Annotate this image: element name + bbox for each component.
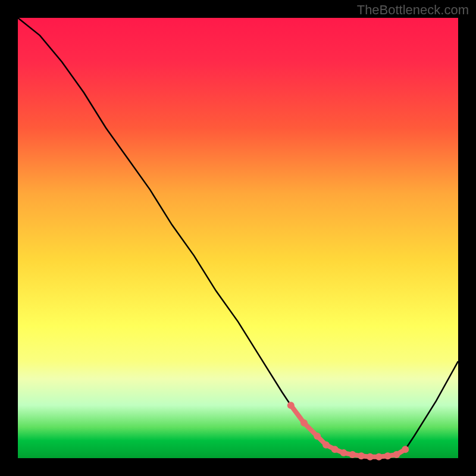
highlighted-range-point <box>384 452 392 459</box>
highlighted-range-point <box>358 452 365 459</box>
highlighted-range-point <box>300 419 308 427</box>
highlighted-range-point <box>367 453 374 461</box>
highlighted-range-point <box>331 446 339 453</box>
highlighted-range-point <box>393 451 400 458</box>
highlighted-range-point <box>314 433 321 440</box>
chart-plot-area <box>18 18 458 458</box>
highlighted-range-point <box>349 451 356 458</box>
highlighted-range-point <box>402 446 409 453</box>
bottleneck-curve <box>18 18 458 457</box>
highlighted-range-line <box>291 405 405 457</box>
highlighted-range-point <box>375 453 383 461</box>
highlighted-range-point <box>340 449 347 456</box>
highlighted-range-point <box>322 441 330 449</box>
watermark-text: TheBottleneck.com <box>357 2 469 18</box>
highlighted-range-point <box>287 402 295 409</box>
chart-svg <box>18 18 458 458</box>
